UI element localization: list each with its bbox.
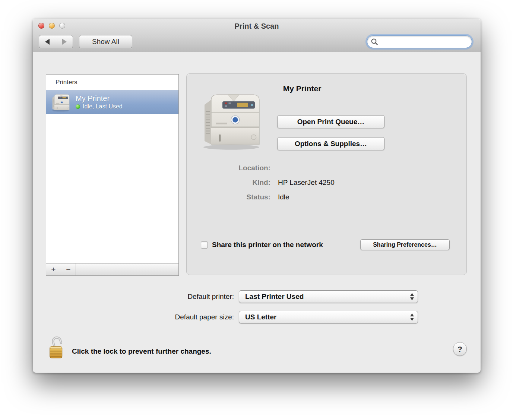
default-printer-popup[interactable]: Last Printer Used — [239, 290, 418, 303]
printer-name: My Printer — [76, 94, 123, 103]
share-printer-label: Share this printer on the network — [212, 241, 323, 249]
status-label: Status: — [187, 193, 270, 201]
forward-button[interactable] — [56, 35, 73, 48]
unlocked-padlock-icon[interactable] — [48, 335, 67, 360]
share-printer-row: Share this printer on the network — [201, 239, 323, 250]
printer-list-item-my-printer[interactable]: My Printer Idle, Last Used — [46, 90, 178, 114]
help-button[interactable]: ? — [453, 342, 467, 356]
back-button[interactable] — [39, 35, 56, 48]
print-and-scan-window: Print & Scan Show All Printers My Printe… — [33, 19, 481, 373]
selected-printer-name: My Printer — [246, 84, 358, 93]
list-actions-bar: + − — [46, 263, 178, 275]
share-printer-checkbox[interactable] — [201, 241, 208, 249]
lock-hint-text: Click the lock to prevent further change… — [72, 347, 211, 356]
location-label: Location: — [187, 164, 270, 172]
open-print-queue-button[interactable]: Open Print Queue… — [277, 115, 384, 128]
show-all-button[interactable]: Show All — [79, 35, 132, 48]
popup-stepper-icon — [410, 313, 414, 321]
titlebar[interactable]: Print & Scan Show All — [33, 19, 481, 52]
status-green-dot-icon — [76, 104, 80, 109]
info-row-location: Location: — [187, 164, 466, 173]
sharing-preferences-button[interactable]: Sharing Preferences… — [360, 239, 450, 250]
forward-icon — [62, 39, 67, 45]
search-field-wrap — [367, 35, 472, 48]
default-printer-label: Default printer: — [122, 290, 234, 303]
info-row-kind: Kind: HP LaserJet 4250 — [187, 179, 466, 187]
default-paper-size-value: US Letter — [239, 313, 276, 321]
status-value: Idle — [278, 193, 289, 201]
printers-list-header: Printers — [46, 75, 178, 90]
back-forward-control — [39, 35, 73, 48]
popup-stepper-icon — [410, 293, 414, 300]
printer-status-text: Idle, Last Used — [83, 103, 123, 110]
printer-thumbnail-icon — [50, 92, 71, 112]
kind-value: HP LaserJet 4250 — [278, 179, 335, 187]
default-paper-size-label: Default paper size: — [122, 311, 234, 323]
printer-photo — [196, 88, 264, 151]
back-icon — [45, 39, 50, 45]
add-printer-button[interactable]: + — [46, 263, 61, 275]
page-title: Print & Scan — [33, 22, 481, 31]
info-row-status: Status: Idle — [187, 193, 466, 202]
options-supplies-button[interactable]: Options & Supplies… — [277, 137, 384, 150]
printer-status: Idle, Last Used — [76, 103, 123, 110]
kind-label: Kind: — [187, 179, 270, 187]
remove-printer-button[interactable]: − — [61, 263, 76, 275]
search-input[interactable] — [367, 35, 472, 48]
printers-list: Printers My Printer Idle, Last Used + − — [46, 74, 179, 276]
default-paper-size-popup[interactable]: US Letter — [239, 311, 418, 323]
default-printer-value: Last Printer Used — [239, 293, 304, 301]
printer-detail-pane: My Printer Open Print Queue… Options & S… — [186, 73, 467, 275]
